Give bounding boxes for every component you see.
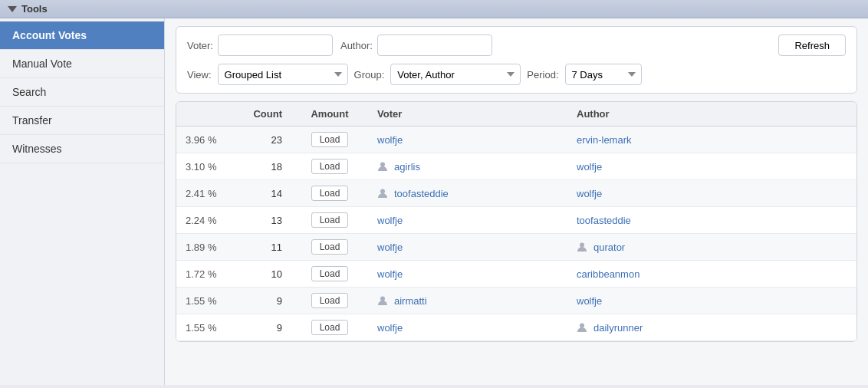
header-voter: Voter	[368, 102, 567, 127]
svg-point-2	[580, 243, 584, 248]
table-row: 3.10 % 18 Load agirlis wolfje	[176, 153, 856, 180]
sidebar: Account Votes Manual Vote Search Transfe…	[0, 18, 165, 385]
voter-cell: wolfje	[368, 261, 567, 288]
author-cell: ervin-lemark	[567, 127, 856, 153]
load-button[interactable]: Load	[311, 320, 349, 335]
author-link[interactable]: ervin-lemark	[577, 134, 632, 146]
pct-cell: 1.55 %	[176, 288, 238, 314]
load-button[interactable]: Load	[311, 266, 349, 281]
svg-point-3	[380, 297, 385, 301]
sidebar-item-transfer[interactable]: Transfer	[0, 107, 164, 135]
voter-filter-group: Voter:	[187, 35, 333, 56]
author-cell: dailyrunner	[567, 314, 856, 341]
author-link[interactable]: toofasteddie	[577, 215, 631, 226]
count-cell: 9	[238, 288, 291, 314]
table-row: 3.96 % 23 Load wolfje ervin-lemark	[176, 127, 856, 153]
voter-link[interactable]: wolfje	[377, 268, 403, 280]
header-count: Count	[238, 102, 291, 127]
view-select[interactable]: Grouped List Flat List	[218, 64, 348, 85]
author-link[interactable]: dailyrunner	[593, 322, 643, 334]
author-link[interactable]: caribbeanmon	[577, 268, 639, 280]
pct-cell: 1.55 %	[176, 314, 238, 341]
author-cell: wolfje	[567, 153, 856, 180]
amount-cell: Load	[291, 314, 368, 341]
voter-icon	[377, 161, 388, 172]
voter-input[interactable]	[218, 35, 333, 56]
author-cell: wolfje	[567, 180, 856, 207]
voter-link[interactable]: airmatti	[394, 295, 427, 307]
sidebar-item-search[interactable]: Search	[0, 78, 164, 107]
amount-cell: Load	[291, 234, 368, 261]
count-cell: 14	[238, 180, 291, 207]
author-cell: wolfje	[567, 288, 856, 314]
table-row: 1.89 % 11 Load wolfje qurator	[176, 234, 856, 261]
header-pct	[176, 102, 238, 127]
table-row: 1.55 % 9 Load airmatti wolfje	[176, 288, 856, 314]
voter-cell: wolfje	[368, 127, 567, 153]
header-amount: Amount	[291, 102, 368, 127]
group-select[interactable]: Voter, Author Author, Voter Voter Author	[390, 64, 521, 85]
filter-bar: Voter: Author: Refresh View: Grouped Lis…	[176, 26, 857, 94]
svg-point-0	[380, 163, 385, 167]
count-cell: 23	[238, 127, 291, 153]
load-button[interactable]: Load	[311, 132, 349, 147]
period-select[interactable]: 7 Days 14 Days 30 Days	[565, 64, 642, 85]
voter-cell: wolfje	[368, 314, 567, 341]
sidebar-item-witnesses[interactable]: Witnesses	[0, 135, 164, 163]
table-body: 3.96 % 23 Load wolfje ervin-lemark 3.10 …	[176, 127, 856, 341]
header-author: Author	[567, 102, 856, 127]
content-area: Voter: Author: Refresh View: Grouped Lis…	[165, 18, 868, 385]
author-link[interactable]: wolfje	[577, 295, 602, 307]
votes-table: Count Amount Voter Author 3.96 % 23 Load…	[176, 102, 856, 341]
voter-icon	[377, 188, 388, 199]
voter-link[interactable]: agirlis	[394, 161, 420, 173]
votes-table-container: Count Amount Voter Author 3.96 % 23 Load…	[176, 101, 857, 342]
author-icon	[577, 242, 587, 252]
amount-cell: Load	[291, 180, 368, 207]
period-label: Period:	[527, 69, 558, 81]
pct-cell: 2.24 %	[176, 207, 238, 234]
voter-cell: agirlis	[368, 153, 567, 180]
count-cell: 13	[238, 207, 291, 234]
author-input[interactable]	[377, 35, 492, 56]
voter-link[interactable]: wolfje	[377, 242, 403, 253]
count-cell: 10	[238, 261, 291, 288]
author-filter-group: Author:	[340, 35, 492, 56]
author-cell: toofasteddie	[567, 207, 856, 234]
voter-link[interactable]: toofasteddie	[394, 188, 449, 199]
load-button[interactable]: Load	[311, 212, 349, 228]
count-cell: 18	[238, 153, 291, 180]
load-button[interactable]: Load	[311, 159, 349, 174]
load-button[interactable]: Load	[311, 293, 349, 308]
author-link[interactable]: qurator	[593, 242, 625, 253]
voter-cell: wolfje	[368, 234, 567, 261]
author-link[interactable]: wolfje	[577, 161, 602, 173]
author-link[interactable]: wolfje	[577, 188, 602, 199]
load-button[interactable]: Load	[311, 186, 349, 201]
count-cell: 9	[238, 314, 291, 341]
tools-triangle-icon	[8, 6, 17, 12]
group-label: Group:	[354, 69, 385, 81]
table-row: 1.72 % 10 Load wolfje caribbeanmon	[176, 261, 856, 288]
voter-cell: toofasteddie	[368, 180, 567, 207]
sidebar-item-manual-vote[interactable]: Manual Vote	[0, 50, 164, 78]
amount-cell: Load	[291, 153, 368, 180]
author-cell: caribbeanmon	[567, 261, 856, 288]
load-button[interactable]: Load	[311, 239, 349, 255]
voter-link[interactable]: wolfje	[377, 134, 403, 146]
svg-point-1	[380, 189, 385, 194]
voter-icon	[377, 295, 388, 306]
voter-link[interactable]: wolfje	[377, 215, 403, 226]
voter-link[interactable]: wolfje	[377, 322, 403, 334]
svg-point-4	[580, 324, 584, 328]
voter-cell: airmatti	[368, 288, 567, 314]
pct-cell: 1.72 %	[176, 261, 238, 288]
refresh-button[interactable]: Refresh	[778, 35, 846, 56]
view-label: View:	[187, 69, 212, 81]
author-label: Author:	[340, 40, 373, 51]
tools-label: Tools	[21, 3, 48, 15]
voter-label: Voter:	[187, 40, 213, 51]
sidebar-item-account-votes[interactable]: Account Votes	[0, 21, 164, 50]
tools-bar: Tools	[0, 0, 868, 18]
author-cell: qurator	[567, 234, 856, 261]
